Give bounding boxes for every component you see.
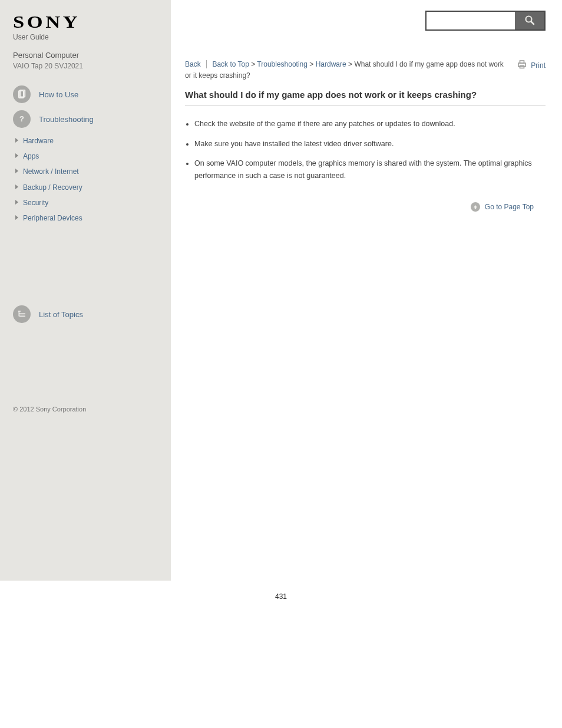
chevron-right-icon (15, 200, 18, 205)
sidebar-item-peripheral[interactable]: Peripheral Devices (15, 213, 158, 223)
sidebar-item-apps[interactable]: Apps (15, 151, 158, 161)
chevron-right-icon (15, 138, 18, 143)
svg-rect-10 (520, 61, 524, 63)
article-body: Check the website of the game if there a… (185, 118, 546, 182)
breadcrumb-sep: > (348, 60, 352, 68)
search-bar (425, 11, 546, 31)
nav-how-to-use[interactable]: How to Use (13, 85, 158, 103)
body-bullet: On some VAIO computer models, the graphi… (194, 157, 546, 183)
nav-label: Troubleshooting (39, 115, 94, 124)
sidebar: SONY User Guide Personal Computer VAIO T… (0, 0, 171, 581)
go-to-top-link[interactable]: Go to Page Top (485, 203, 534, 211)
arrow-up-icon (471, 202, 480, 212)
nav-list-of-topics[interactable]: List of Topics (13, 305, 158, 323)
chevron-right-icon (15, 185, 18, 189)
search-input[interactable] (427, 12, 515, 29)
print-icon (517, 59, 527, 71)
title-separator (185, 106, 546, 106)
breadcrumb-top[interactable]: Back to Top (212, 60, 249, 68)
product-model: VAIO Tap 20 SVJ2021 (13, 62, 158, 70)
breadcrumb-back[interactable]: Back (185, 60, 201, 68)
sidebar-item-backup[interactable]: Backup / Recovery (15, 183, 158, 192)
svg-text:?: ? (19, 114, 24, 123)
breadcrumb-divider (206, 60, 207, 68)
breadcrumb-sep: > (251, 60, 255, 68)
chevron-right-icon (15, 153, 18, 158)
search-button[interactable] (515, 12, 544, 29)
main-content: Back Back to Top > Troubleshooting > Har… (171, 0, 562, 581)
body-bullet: Make sure you have installed the latest … (194, 138, 546, 150)
svg-rect-5 (19, 316, 25, 317)
breadcrumb-sep: > (309, 60, 313, 68)
print-link[interactable]: Print (517, 59, 546, 71)
sidebar-subtitle: User Guide (13, 33, 158, 41)
chevron-right-icon (15, 169, 18, 173)
page-number: 431 (0, 581, 562, 618)
nav-troubleshooting[interactable]: ? Troubleshooting (13, 110, 158, 128)
list-tree-icon (13, 305, 31, 323)
product-title: Personal Computer (13, 51, 158, 60)
svg-rect-6 (19, 311, 20, 317)
nav-label: List of Topics (39, 310, 83, 319)
go-to-top: Go to Page Top (185, 202, 534, 212)
print-label: Print (531, 61, 546, 70)
sidebar-item-hardware[interactable]: Hardware (15, 136, 158, 146)
breadcrumb-troubleshooting[interactable]: Troubleshooting (257, 60, 308, 68)
copyright: © 2012 Sony Corporation (13, 406, 158, 413)
question-icon: ? (13, 110, 31, 128)
brand-logo: SONY (13, 12, 180, 32)
svg-line-8 (531, 21, 534, 24)
breadcrumb-hardware[interactable]: Hardware (316, 60, 346, 68)
document-icon (13, 85, 31, 103)
sidebar-item-network[interactable]: Network / Internet (15, 167, 158, 176)
search-icon (524, 14, 535, 28)
chevron-right-icon (15, 215, 18, 220)
article-title: What should I do if my game app does not… (185, 90, 546, 100)
body-bullet: Check the website of the game if there a… (194, 118, 546, 130)
breadcrumb: Back Back to Top > Troubleshooting > Har… (185, 59, 507, 81)
nav-label: How to Use (39, 90, 78, 99)
sidebar-item-security[interactable]: Security (15, 198, 158, 207)
svg-rect-4 (19, 314, 25, 315)
sidebar-sublist: Hardware Apps Network / Internet Backup … (13, 136, 158, 223)
